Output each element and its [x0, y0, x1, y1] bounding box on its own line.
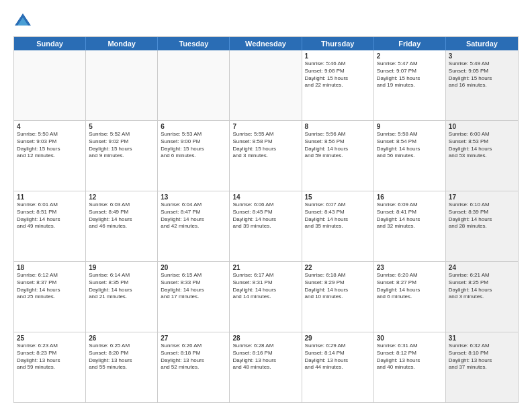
header-day-friday: Friday: [374, 37, 446, 50]
calendar-cell-3: 3Sunrise: 5:49 AM Sunset: 9:05 PM Daylig…: [446, 50, 518, 120]
day-number: 19: [89, 264, 154, 271]
header-day-monday: Monday: [86, 37, 158, 50]
logo: [13, 11, 35, 30]
day-number: 4: [17, 123, 83, 130]
day-number: 15: [305, 193, 371, 201]
day-number: 17: [449, 193, 515, 201]
cell-info: Sunrise: 5:53 AM Sunset: 9:00 PM Dayligh…: [161, 131, 226, 160]
calendar-cell-19: 19Sunrise: 6:14 AM Sunset: 8:35 PM Dayli…: [86, 262, 158, 332]
calendar-row-4: 25Sunrise: 6:23 AM Sunset: 8:23 PM Dayli…: [14, 332, 518, 402]
day-number: 27: [161, 334, 226, 342]
cell-info: Sunrise: 6:23 AM Sunset: 8:23 PM Dayligh…: [17, 342, 83, 371]
calendar-cell-empty-0-1: [86, 50, 158, 120]
cell-info: Sunrise: 6:21 AM Sunset: 8:25 PM Dayligh…: [449, 272, 515, 301]
calendar-row-0: 1Sunrise: 5:46 AM Sunset: 9:08 PM Daylig…: [14, 50, 518, 121]
day-number: 1: [305, 52, 371, 60]
cell-info: Sunrise: 5:58 AM Sunset: 8:54 PM Dayligh…: [377, 131, 443, 160]
calendar-cell-7: 7Sunrise: 5:55 AM Sunset: 8:58 PM Daylig…: [230, 121, 302, 191]
day-number: 13: [161, 193, 226, 201]
calendar-cell-26: 26Sunrise: 6:25 AM Sunset: 8:20 PM Dayli…: [86, 332, 158, 402]
calendar-cell-6: 6Sunrise: 5:53 AM Sunset: 9:00 PM Daylig…: [158, 121, 230, 191]
calendar-cell-25: 25Sunrise: 6:23 AM Sunset: 8:23 PM Dayli…: [14, 332, 86, 402]
cell-info: Sunrise: 6:01 AM Sunset: 8:51 PM Dayligh…: [17, 201, 83, 230]
calendar-cell-23: 23Sunrise: 6:20 AM Sunset: 8:27 PM Dayli…: [374, 262, 446, 332]
calendar-cell-31: 31Sunrise: 6:32 AM Sunset: 8:10 PM Dayli…: [446, 332, 518, 402]
cell-info: Sunrise: 6:17 AM Sunset: 8:31 PM Dayligh…: [232, 272, 298, 301]
calendar-cell-18: 18Sunrise: 6:12 AM Sunset: 8:37 PM Dayli…: [14, 262, 86, 332]
day-number: 6: [161, 123, 226, 130]
day-number: 7: [232, 123, 298, 130]
cell-info: Sunrise: 5:47 AM Sunset: 9:07 PM Dayligh…: [377, 60, 443, 89]
cell-info: Sunrise: 6:25 AM Sunset: 8:20 PM Dayligh…: [89, 342, 154, 371]
cell-info: Sunrise: 6:12 AM Sunset: 8:37 PM Dayligh…: [17, 272, 83, 301]
cell-info: Sunrise: 6:20 AM Sunset: 8:27 PM Dayligh…: [377, 272, 443, 301]
day-number: 10: [449, 123, 515, 130]
calendar-cell-empty-0-0: [14, 50, 86, 120]
cell-info: Sunrise: 6:31 AM Sunset: 8:12 PM Dayligh…: [377, 342, 443, 371]
cell-info: Sunrise: 6:15 AM Sunset: 8:33 PM Dayligh…: [161, 272, 226, 301]
calendar-cell-30: 30Sunrise: 6:31 AM Sunset: 8:12 PM Dayli…: [374, 332, 446, 402]
calendar-cell-14: 14Sunrise: 6:06 AM Sunset: 8:45 PM Dayli…: [230, 191, 302, 261]
day-number: 20: [161, 264, 226, 271]
day-number: 28: [232, 334, 298, 342]
day-number: 3: [449, 52, 515, 60]
day-number: 30: [377, 334, 443, 342]
day-number: 23: [377, 264, 443, 271]
calendar-cell-empty-0-2: [158, 50, 230, 120]
day-number: 16: [377, 193, 443, 201]
day-number: 22: [305, 264, 371, 271]
cell-info: Sunrise: 6:03 AM Sunset: 8:49 PM Dayligh…: [89, 201, 154, 230]
cell-info: Sunrise: 6:06 AM Sunset: 8:45 PM Dayligh…: [232, 201, 298, 230]
calendar-cell-24: 24Sunrise: 6:21 AM Sunset: 8:25 PM Dayli…: [446, 262, 518, 332]
calendar: SundayMondayTuesdayWednesdayThursdayFrid…: [13, 36, 519, 403]
cell-info: Sunrise: 5:52 AM Sunset: 9:02 PM Dayligh…: [89, 131, 154, 160]
cell-info: Sunrise: 6:14 AM Sunset: 8:35 PM Dayligh…: [89, 272, 154, 301]
calendar-cell-10: 10Sunrise: 6:00 AM Sunset: 8:53 PM Dayli…: [446, 121, 518, 191]
page: SundayMondayTuesdayWednesdayThursdayFrid…: [0, 0, 532, 411]
calendar-cell-27: 27Sunrise: 6:26 AM Sunset: 8:18 PM Dayli…: [158, 332, 230, 402]
day-number: 18: [17, 264, 83, 271]
calendar-cell-28: 28Sunrise: 6:28 AM Sunset: 8:16 PM Dayli…: [230, 332, 302, 402]
header-day-wednesday: Wednesday: [230, 37, 302, 50]
day-number: 26: [89, 334, 154, 342]
cell-info: Sunrise: 6:28 AM Sunset: 8:16 PM Dayligh…: [232, 342, 298, 371]
cell-info: Sunrise: 6:32 AM Sunset: 8:10 PM Dayligh…: [449, 342, 515, 371]
day-number: 31: [449, 334, 515, 342]
header: [13, 11, 519, 30]
calendar-header: SundayMondayTuesdayWednesdayThursdayFrid…: [14, 37, 518, 50]
calendar-cell-29: 29Sunrise: 6:29 AM Sunset: 8:14 PM Dayli…: [302, 332, 374, 402]
cell-info: Sunrise: 6:09 AM Sunset: 8:41 PM Dayligh…: [377, 201, 443, 230]
calendar-cell-16: 16Sunrise: 6:09 AM Sunset: 8:41 PM Dayli…: [374, 191, 446, 261]
calendar-cell-9: 9Sunrise: 5:58 AM Sunset: 8:54 PM Daylig…: [374, 121, 446, 191]
cell-info: Sunrise: 5:49 AM Sunset: 9:05 PM Dayligh…: [449, 60, 515, 89]
calendar-cell-4: 4Sunrise: 5:50 AM Sunset: 9:03 PM Daylig…: [14, 121, 86, 191]
day-number: 8: [305, 123, 371, 130]
day-number: 12: [89, 193, 154, 201]
calendar-cell-11: 11Sunrise: 6:01 AM Sunset: 8:51 PM Dayli…: [14, 191, 86, 261]
calendar-cell-22: 22Sunrise: 6:18 AM Sunset: 8:29 PM Dayli…: [302, 262, 374, 332]
calendar-cell-21: 21Sunrise: 6:17 AM Sunset: 8:31 PM Dayli…: [230, 262, 302, 332]
calendar-cell-17: 17Sunrise: 6:10 AM Sunset: 8:39 PM Dayli…: [446, 191, 518, 261]
header-day-tuesday: Tuesday: [158, 37, 230, 50]
cell-info: Sunrise: 6:18 AM Sunset: 8:29 PM Dayligh…: [305, 272, 371, 301]
calendar-cell-13: 13Sunrise: 6:04 AM Sunset: 8:47 PM Dayli…: [158, 191, 230, 261]
cell-info: Sunrise: 6:00 AM Sunset: 8:53 PM Dayligh…: [449, 131, 515, 160]
cell-info: Sunrise: 6:26 AM Sunset: 8:18 PM Dayligh…: [161, 342, 226, 371]
calendar-cell-12: 12Sunrise: 6:03 AM Sunset: 8:49 PM Dayli…: [86, 191, 158, 261]
calendar-row-2: 11Sunrise: 6:01 AM Sunset: 8:51 PM Dayli…: [14, 191, 518, 262]
day-number: 25: [17, 334, 83, 342]
cell-info: Sunrise: 6:04 AM Sunset: 8:47 PM Dayligh…: [161, 201, 226, 230]
day-number: 9: [377, 123, 443, 130]
logo-icon: [13, 11, 32, 30]
header-day-thursday: Thursday: [302, 37, 374, 50]
calendar-cell-8: 8Sunrise: 5:56 AM Sunset: 8:56 PM Daylig…: [302, 121, 374, 191]
header-day-saturday: Saturday: [446, 37, 518, 50]
cell-info: Sunrise: 6:10 AM Sunset: 8:39 PM Dayligh…: [449, 201, 515, 230]
day-number: 29: [305, 334, 371, 342]
calendar-cell-2: 2Sunrise: 5:47 AM Sunset: 9:07 PM Daylig…: [374, 50, 446, 120]
cell-info: Sunrise: 5:55 AM Sunset: 8:58 PM Dayligh…: [232, 131, 298, 160]
day-number: 21: [232, 264, 298, 271]
calendar-cell-1: 1Sunrise: 5:46 AM Sunset: 9:08 PM Daylig…: [302, 50, 374, 120]
calendar-cell-20: 20Sunrise: 6:15 AM Sunset: 8:33 PM Dayli…: [158, 262, 230, 332]
cell-info: Sunrise: 5:56 AM Sunset: 8:56 PM Dayligh…: [305, 131, 371, 160]
